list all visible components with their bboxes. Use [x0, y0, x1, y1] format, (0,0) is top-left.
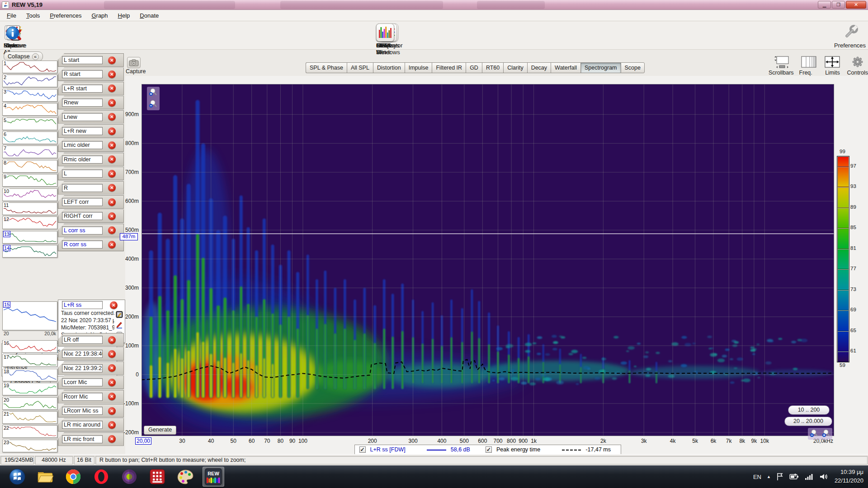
tab-rt60[interactable]: RT60: [482, 62, 503, 73]
zoom-in-icon[interactable]: [822, 429, 831, 439]
measurement-name-input[interactable]: L: [62, 169, 103, 178]
delete-measurement-icon[interactable]: ✕: [108, 350, 116, 358]
measurement-thumbnail-11[interactable]: 11: [2, 202, 57, 215]
measurement-card-10[interactable]: R✕: [58, 181, 124, 195]
measurement-name-input[interactable]: LR mic around: [62, 421, 103, 429]
measurement-card-11[interactable]: LEFT corr✕: [58, 195, 124, 209]
measurement-thumbnail-22[interactable]: 22: [2, 425, 57, 438]
taskbar-opera-icon[interactable]: [90, 467, 112, 487]
measurement-name-input[interactable]: LR off: [62, 336, 103, 344]
measurement-card-7[interactable]: Lmic older✕: [58, 138, 124, 152]
measurement-card-13[interactable]: L corr ss✕: [58, 224, 124, 237]
measurement-name-input[interactable]: LRcorr Mic ss: [62, 407, 103, 415]
measurement-card-1[interactable]: L start✕: [58, 53, 124, 67]
tab-filtered-ir[interactable]: Filtered IR: [432, 62, 466, 73]
delete-measurement-icon[interactable]: ✕: [108, 56, 116, 64]
measurement-name-input[interactable]: R start: [62, 70, 103, 78]
measurement-thumbnail-20[interactable]: 20: [2, 397, 57, 410]
delete-measurement-icon[interactable]: ✕: [108, 421, 116, 429]
maximize-button[interactable]: ❐: [832, 1, 845, 9]
measurement-thumbnail-2[interactable]: 2: [2, 75, 57, 87]
delete-measurement-icon[interactable]: ✕: [108, 113, 116, 121]
zoom-out-icon[interactable]: [149, 99, 158, 110]
measurement-thumbnail-19[interactable]: 19: [2, 383, 57, 395]
tab-gd[interactable]: GD: [466, 62, 482, 73]
measurement-thumbnail-16[interactable]: 16: [2, 340, 57, 353]
measurement-card-23[interactable]: LR mic front✕: [58, 432, 124, 446]
tab-distortion[interactable]: Distortion: [373, 62, 405, 73]
delete-measurement-icon[interactable]: ✕: [108, 70, 116, 78]
taskbar-clock[interactable]: 10:39 μμ 22/11/2020: [835, 468, 863, 485]
measurement-name-input[interactable]: Lnew: [62, 113, 103, 121]
measurement-thumbnail-3[interactable]: 3: [2, 89, 57, 102]
measurement-thumbnail-21[interactable]: 21: [2, 411, 57, 424]
delete-measurement-icon[interactable]: ✕: [108, 393, 116, 400]
tray-expand-icon[interactable]: ▲: [767, 474, 771, 479]
delete-measurement-icon[interactable]: ✕: [108, 99, 116, 107]
zoom-out-icon[interactable]: [810, 429, 819, 439]
measurement-card-3[interactable]: L+R start✕: [58, 82, 124, 95]
measurement-card-14[interactable]: R corr ss✕: [58, 238, 124, 251]
tool-preferences[interactable]: Preferences: [834, 23, 866, 49]
network-signal-icon[interactable]: [805, 473, 814, 481]
measurement-thumbnail-9[interactable]: 9: [2, 174, 57, 187]
delete-measurement-icon[interactable]: ✕: [108, 184, 116, 192]
delete-measurement-icon[interactable]: ✕: [108, 364, 116, 372]
measurement-card-4[interactable]: Rnew✕: [58, 96, 124, 109]
battery-icon[interactable]: [789, 473, 799, 481]
delete-measurement-icon[interactable]: ✕: [110, 301, 118, 309]
taskbar-palette-icon[interactable]: [175, 467, 196, 487]
measurement-thumbnail-7[interactable]: 7: [2, 145, 57, 158]
selected-measurement-thumbnail[interactable]: 152020,0k: [2, 301, 57, 330]
delete-measurement-icon[interactable]: ✕: [108, 198, 116, 206]
tab-all-spl[interactable]: All SPL: [347, 62, 373, 73]
taskbar-tor-icon[interactable]: [118, 467, 140, 487]
measurement-thumbnail-17[interactable]: 17: [2, 354, 57, 367]
measurement-name-input[interactable]: Rcorr Mic: [62, 393, 103, 401]
measurement-thumbnail-18[interactable]: 18: [2, 369, 57, 381]
measurement-name-input[interactable]: L start: [62, 56, 103, 64]
tab-spectrogram[interactable]: Spectrogram: [580, 62, 621, 73]
delete-measurement-icon[interactable]: ✕: [108, 226, 116, 234]
measurement-card-17[interactable]: Νοε 22 19:38:40✕: [58, 347, 124, 361]
measurement-name-input[interactable]: L+R ss: [62, 301, 103, 309]
measurement-card-21[interactable]: LRcorr Mic ss✕: [58, 404, 124, 418]
measurement-card-5[interactable]: Lnew✕: [58, 110, 124, 124]
measurement-name-input[interactable]: Lmic older: [62, 141, 103, 149]
menu-help[interactable]: Help: [113, 11, 135, 20]
measurement-thumbnail-14[interactable]: 14: [2, 245, 57, 258]
measurement-name-input[interactable]: R corr ss: [62, 240, 103, 249]
legend-checkbox[interactable]: ✓: [359, 446, 366, 453]
measurement-card-6[interactable]: L+R new✕: [58, 124, 124, 138]
delete-measurement-icon[interactable]: ✕: [108, 435, 116, 443]
menu-donate[interactable]: Donate: [135, 11, 164, 20]
measurement-thumbnail-10[interactable]: 10: [2, 188, 57, 201]
menu-tools[interactable]: Tools: [21, 11, 45, 20]
measurement-thumbnail-8[interactable]: 8: [2, 160, 57, 173]
taskbar-start-button[interactable]: [6, 467, 28, 487]
taskbar-folder-icon[interactable]: [34, 467, 56, 487]
delete-measurement-icon[interactable]: ✕: [108, 379, 116, 386]
measurement-card-9[interactable]: L✕: [58, 167, 124, 180]
measurement-name-input[interactable]: Rmic older: [62, 155, 103, 164]
close-button[interactable]: ✕: [846, 1, 866, 9]
delete-measurement-icon[interactable]: ✕: [108, 155, 116, 163]
measurement-card-18[interactable]: Νοε 22 19:39:21✕: [58, 361, 124, 375]
delete-measurement-icon[interactable]: ✕: [108, 170, 116, 178]
measurement-thumbnail-4[interactable]: 4: [2, 103, 57, 116]
measurement-thumbnail-1[interactable]: 1: [2, 61, 57, 73]
range-10-200-button[interactable]: 10 .. 200: [788, 405, 830, 415]
trace-style-icon[interactable]: [116, 321, 123, 328]
measurement-name-input[interactable]: Lcorr Mic: [62, 378, 103, 386]
minimize-button[interactable]: ▁: [818, 1, 831, 9]
measurement-card-16[interactable]: LR off✕: [58, 333, 124, 347]
delete-measurement-icon[interactable]: ✕: [108, 141, 116, 149]
delete-measurement-icon[interactable]: ✕: [108, 84, 116, 92]
range-20-20000-button[interactable]: 20 .. 20.000: [784, 417, 832, 426]
measurement-thumbnail-13[interactable]: 13: [2, 231, 57, 244]
measurement-thumbnail-6[interactable]: 6: [2, 131, 57, 144]
measurement-card-8[interactable]: Rmic older✕: [58, 153, 124, 166]
action-center-flag-icon[interactable]: [776, 473, 784, 481]
measurement-thumbnail-5[interactable]: 5: [2, 117, 57, 130]
measurement-thumbnail-12[interactable]: 12: [2, 216, 57, 229]
